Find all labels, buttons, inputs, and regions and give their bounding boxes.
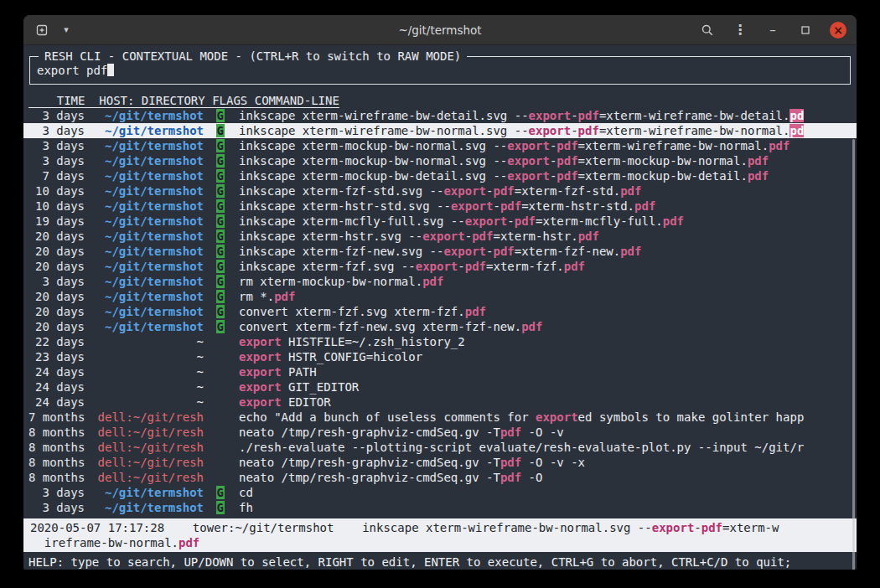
entry-flags: G xyxy=(210,214,225,229)
entry-host-directory: ~/git/termshot xyxy=(91,259,204,274)
maximize-button[interactable] xyxy=(797,22,814,39)
menu-button[interactable]: ⋮ xyxy=(732,22,748,39)
entry-flags xyxy=(210,379,225,395)
text-segment: =xterm-fzf-std. xyxy=(515,184,620,198)
history-row[interactable]: 3 days~/git/termshotGinkscape xterm-mock… xyxy=(23,153,857,168)
status-bar: 2020-05-07 17:17:28 tower:~/git/termshot… xyxy=(23,518,857,552)
entry-host-directory: ~/git/termshot xyxy=(91,214,204,229)
terminal-window: ▾ ~/git/termshot ⋮ – × xyxy=(23,15,857,570)
entry-command: neato /tmp/resh-graphviz-cmdSeq.gv -Tpdf… xyxy=(239,470,852,485)
search-button[interactable] xyxy=(699,22,716,39)
entry-command: export HSTR_CONFIG=hicolor xyxy=(239,349,852,364)
close-button[interactable]: × xyxy=(830,22,846,39)
history-row[interactable]: 20 days~/git/termshotGinkscape xterm-fzf… xyxy=(23,244,857,259)
git-flag: G xyxy=(216,109,225,122)
kebab-menu-icon: ⋮ xyxy=(733,22,747,38)
search-input[interactable]: export pdf xyxy=(37,63,843,78)
entry-command: ./resh-evaluate --plotting-script evalua… xyxy=(239,440,852,455)
entry-command: inkscape xterm-fzf.svg --export-pdf=xter… xyxy=(239,259,852,274)
history-row[interactable]: 20 days~/git/termshotGconvert xterm-fzf-… xyxy=(23,319,857,334)
match-highlight: export xyxy=(451,199,494,213)
history-row[interactable]: 10 days~/git/termshotGinkscape xterm-fzf… xyxy=(23,183,857,199)
history-row-selected[interactable]: 3 days~/git/termshotGinkscape xterm-wire… xyxy=(23,123,857,138)
minimize-button[interactable]: – xyxy=(764,22,781,39)
text-segment: - xyxy=(493,199,500,213)
history-row[interactable]: 23 days~export HSTR_CONFIG=hicolor xyxy=(23,349,857,364)
tab-dropdown-button[interactable]: ▾ xyxy=(58,22,75,39)
text-segment: - xyxy=(694,521,701,534)
entry-command: inkscape xterm-fzf-new.svg --export-pdf=… xyxy=(239,244,852,259)
text-segment: =xterm-fzf. xyxy=(486,260,564,273)
git-flag: G xyxy=(216,124,225,137)
entry-host-directory: ~/git/termshot xyxy=(91,229,204,244)
entry-command: fh xyxy=(239,500,852,515)
git-flag: G xyxy=(216,154,225,168)
entry-time: 3 days xyxy=(28,485,85,500)
history-row[interactable]: 20 days~/git/termshotGrm *.pdf xyxy=(23,289,857,304)
entry-time: 10 days xyxy=(28,183,85,199)
entry-time: 24 days xyxy=(28,379,85,395)
entry-command: inkscape xterm-mcfly-full.svg --export-p… xyxy=(239,214,852,229)
history-row[interactable]: 3 days~/git/termshotGrm xterm-mockup-bw-… xyxy=(23,274,857,289)
git-flag: G xyxy=(216,214,225,228)
text-segment: =xterm-mockup-bw-detail. xyxy=(578,169,748,183)
git-flag: G xyxy=(216,275,225,288)
match-highlight: pdf xyxy=(521,320,542,333)
history-row[interactable]: 19 days~/git/termshotGinkscape xterm-mcf… xyxy=(23,214,857,229)
text-segment: -O -v xyxy=(521,426,564,439)
match-highlight: export xyxy=(507,139,550,152)
entry-host-directory: dell:~/git/resh xyxy=(91,455,204,470)
history-row[interactable]: 22 days~export HISTFILE=~/.zsh_history_2 xyxy=(23,334,857,349)
history-row[interactable]: 3 days~/git/termshotGcd xyxy=(23,485,857,500)
text-segment: cd xyxy=(239,486,253,499)
history-row[interactable]: 3 days~/git/termshotGinkscape xterm-wire… xyxy=(23,108,857,123)
history-row[interactable]: 3 days~/git/termshotGfh xyxy=(23,500,857,515)
history-row[interactable]: 3 days~/git/termshotGinkscape xterm-mock… xyxy=(23,138,857,153)
entry-host-directory: ~/git/termshot xyxy=(91,319,204,334)
history-row[interactable]: 7 monthsdell:~/git/reshecho "Add a bunch… xyxy=(23,410,857,425)
history-row[interactable]: 8 monthsdell:~/git/reshneato /tmp/resh-g… xyxy=(23,455,857,470)
history-row[interactable]: 24 days~export EDITOR xyxy=(23,395,857,410)
match-highlight: pdf xyxy=(556,169,577,183)
entry-host-directory: ~/git/termshot xyxy=(91,500,204,515)
text-segment: inkscape xterm-mcfly-full.svg -- xyxy=(239,214,465,228)
history-row[interactable]: 10 days~/git/termshotGinkscape xterm-hst… xyxy=(23,199,857,214)
titlebar-left: ▾ xyxy=(34,22,398,39)
history-row[interactable]: 20 days~/git/termshotGinkscape xterm-fzf… xyxy=(23,259,857,274)
history-header: TIME HOST: DIRECTORY FLAGS COMMAND-LINE xyxy=(28,93,852,108)
history-row[interactable]: 8 monthsdell:~/git/reshneato /tmp/resh-g… xyxy=(23,425,857,440)
history-row[interactable]: 24 days~export GIT_EDITOR xyxy=(23,379,857,395)
entry-flags: G xyxy=(210,485,225,500)
history-row[interactable]: 20 days~/git/termshotGconvert xterm-fzf.… xyxy=(23,304,857,319)
scrollbar[interactable] xyxy=(852,139,855,570)
entry-command: echo "Add a bunch of useless comments fo… xyxy=(239,410,852,425)
text-segment: convert xterm-fzf-new.svg xterm-fzf-new. xyxy=(239,320,521,333)
entry-time: 7 days xyxy=(28,168,85,183)
git-flag: G xyxy=(216,320,225,333)
entry-time: 3 days xyxy=(28,108,85,123)
entry-flags: G xyxy=(210,199,225,214)
search-query-text: export pdf xyxy=(37,64,107,77)
text-segment: inkscape xterm-fzf.svg -- xyxy=(239,260,416,273)
entry-host-directory: dell:~/git/resh xyxy=(91,440,204,455)
status-line-1: 2020-05-07 17:17:28 tower:~/git/termshot… xyxy=(30,520,850,535)
history-row[interactable]: 20 days~/git/termshotGinkscape xterm-hst… xyxy=(23,229,857,244)
history-row[interactable]: 24 days~export PATH xyxy=(23,364,857,379)
text-segment: rm xterm-mockup-bw-normal. xyxy=(239,275,422,288)
text-segment: =xterm-w xyxy=(722,521,779,534)
match-highlight: pdf xyxy=(179,536,199,549)
match-highlight: pdf xyxy=(274,290,295,303)
text-segment: inkscape xterm-fzf-new.svg -- xyxy=(239,245,443,258)
new-tab-button[interactable] xyxy=(34,22,50,39)
entry-command: cd xyxy=(239,485,852,500)
text-segment: inkscape xterm-wireframe-bw-normal.svg -… xyxy=(239,124,529,137)
history-row[interactable]: 8 monthsdell:~/git/reshneato /tmp/resh-g… xyxy=(23,470,857,485)
history-row[interactable]: 7 days~/git/termshotGinkscape xterm-mock… xyxy=(23,168,857,183)
entry-flags: G xyxy=(210,183,225,199)
text-segment: convert xterm-fzf.svg xterm-fzf. xyxy=(239,305,465,318)
entry-command: convert xterm-fzf-new.svg xterm-fzf-new.… xyxy=(239,319,852,334)
text-segment: neato /tmp/resh-graphviz-cmdSeq.gv -T xyxy=(239,456,500,469)
history-row[interactable]: 8 monthsdell:~/git/resh./resh-evaluate -… xyxy=(23,440,857,455)
match-highlight: pdf xyxy=(701,521,722,534)
git-flag: G xyxy=(216,260,225,273)
